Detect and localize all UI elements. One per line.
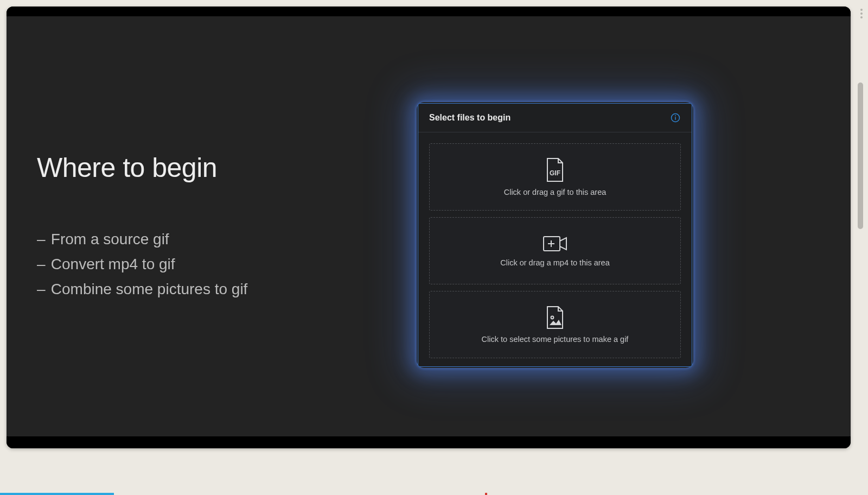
letterbox-bottom [7,436,851,448]
bullet-dash: – [37,252,47,277]
dropzone-gif[interactable]: GIF Click or drag a gif to this area [429,143,681,211]
bullet-dash: – [37,277,47,302]
bullet-text: From a source gif [51,231,169,248]
window-scrollbar[interactable] [856,7,865,448]
strip-blue [0,493,114,495]
bottom-strip [0,493,868,495]
bullet-item: – From a source gif [37,227,384,252]
bullet-text: Convert mp4 to gif [51,256,175,272]
letterbox-top [7,7,851,16]
info-icon[interactable] [670,112,681,123]
video-add-icon [542,234,567,253]
left-text-column: Where to begin – From a source gif – Con… [37,152,384,302]
file-gif-icon: GIF [544,157,566,182]
dropzone-gif-label: Click or drag a gif to this area [504,188,607,196]
svg-point-7 [551,316,554,319]
dropzone-pictures[interactable]: Click to select some pictures to make a … [429,291,681,358]
file-select-panel: Select files to begin GIF [418,103,692,367]
bullet-list: – From a source gif – Convert mp4 to gif… [37,227,384,302]
dropzone-mp4-label: Click or drag a mp4 to this area [500,258,609,267]
page-heading: Where to begin [37,152,384,183]
scrollbar-thumb[interactable] [858,82,863,229]
svg-point-2 [675,115,676,116]
dropzone-pictures-label: Click to select some pictures to make a … [482,335,629,344]
bullet-item: – Combine some pictures to gif [37,277,384,302]
bullet-dash: – [37,227,47,252]
bullet-item: – Convert mp4 to gif [37,252,384,277]
file-image-icon [545,306,565,329]
panel-header: Select files to begin [418,104,692,132]
panel-title: Select files to begin [429,113,510,123]
panel-body: GIF Click or drag a gif to this area [418,132,692,367]
strip-cream [114,493,868,495]
svg-text:GIF: GIF [550,169,560,177]
strip-red [485,493,487,495]
bullet-text: Combine some pictures to gif [51,281,248,297]
window-menu-dots-icon[interactable] [860,9,864,18]
app-window: Where to begin – From a source gif – Con… [7,7,851,448]
slide-area: Where to begin – From a source gif – Con… [7,16,851,436]
dropzone-mp4[interactable]: Click or drag a mp4 to this area [429,217,681,284]
